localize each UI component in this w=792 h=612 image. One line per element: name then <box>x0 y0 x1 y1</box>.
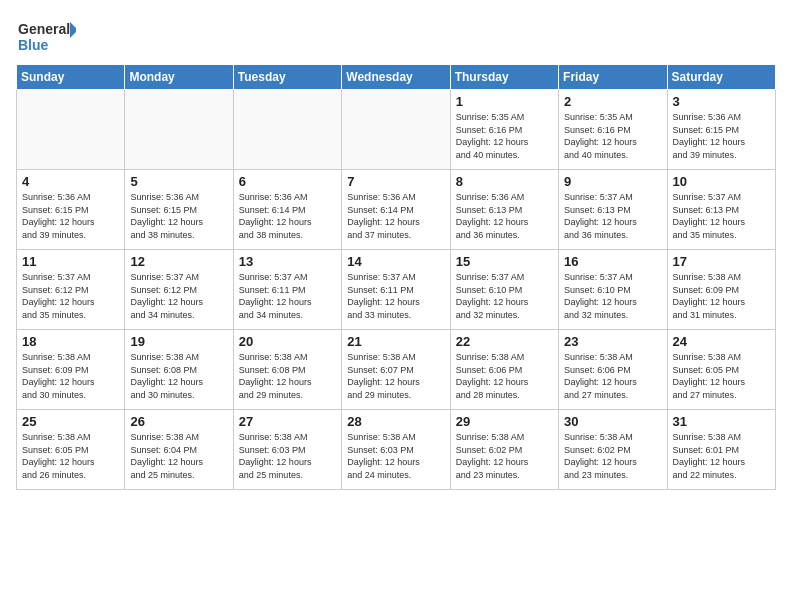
day-number: 3 <box>673 94 770 109</box>
day-info: Sunrise: 5:38 AM Sunset: 6:08 PM Dayligh… <box>130 351 227 401</box>
svg-text:General: General <box>18 21 70 37</box>
day-number: 5 <box>130 174 227 189</box>
day-info: Sunrise: 5:37 AM Sunset: 6:11 PM Dayligh… <box>347 271 444 321</box>
day-number: 15 <box>456 254 553 269</box>
day-info: Sunrise: 5:38 AM Sunset: 6:06 PM Dayligh… <box>456 351 553 401</box>
day-info: Sunrise: 5:38 AM Sunset: 6:02 PM Dayligh… <box>456 431 553 481</box>
weekday-header-monday: Monday <box>125 65 233 90</box>
calendar-cell: 19Sunrise: 5:38 AM Sunset: 6:08 PM Dayli… <box>125 330 233 410</box>
day-number: 30 <box>564 414 661 429</box>
day-info: Sunrise: 5:36 AM Sunset: 6:14 PM Dayligh… <box>347 191 444 241</box>
calendar-cell: 20Sunrise: 5:38 AM Sunset: 6:08 PM Dayli… <box>233 330 341 410</box>
day-info: Sunrise: 5:36 AM Sunset: 6:15 PM Dayligh… <box>673 111 770 161</box>
calendar-cell: 5Sunrise: 5:36 AM Sunset: 6:15 PM Daylig… <box>125 170 233 250</box>
calendar-cell: 12Sunrise: 5:37 AM Sunset: 6:12 PM Dayli… <box>125 250 233 330</box>
calendar-week-2: 4Sunrise: 5:36 AM Sunset: 6:15 PM Daylig… <box>17 170 776 250</box>
day-info: Sunrise: 5:38 AM Sunset: 6:06 PM Dayligh… <box>564 351 661 401</box>
weekday-header-wednesday: Wednesday <box>342 65 450 90</box>
calendar-cell: 18Sunrise: 5:38 AM Sunset: 6:09 PM Dayli… <box>17 330 125 410</box>
day-info: Sunrise: 5:37 AM Sunset: 6:10 PM Dayligh… <box>564 271 661 321</box>
calendar-cell: 14Sunrise: 5:37 AM Sunset: 6:11 PM Dayli… <box>342 250 450 330</box>
day-number: 9 <box>564 174 661 189</box>
day-number: 10 <box>673 174 770 189</box>
calendar-cell: 13Sunrise: 5:37 AM Sunset: 6:11 PM Dayli… <box>233 250 341 330</box>
day-number: 1 <box>456 94 553 109</box>
day-info: Sunrise: 5:37 AM Sunset: 6:11 PM Dayligh… <box>239 271 336 321</box>
calendar-cell: 25Sunrise: 5:38 AM Sunset: 6:05 PM Dayli… <box>17 410 125 490</box>
calendar-cell: 29Sunrise: 5:38 AM Sunset: 6:02 PM Dayli… <box>450 410 558 490</box>
day-info: Sunrise: 5:35 AM Sunset: 6:16 PM Dayligh… <box>564 111 661 161</box>
day-number: 8 <box>456 174 553 189</box>
day-number: 20 <box>239 334 336 349</box>
calendar-cell: 30Sunrise: 5:38 AM Sunset: 6:02 PM Dayli… <box>559 410 667 490</box>
weekday-header-tuesday: Tuesday <box>233 65 341 90</box>
day-info: Sunrise: 5:37 AM Sunset: 6:10 PM Dayligh… <box>456 271 553 321</box>
day-number: 28 <box>347 414 444 429</box>
day-info: Sunrise: 5:38 AM Sunset: 6:03 PM Dayligh… <box>239 431 336 481</box>
day-number: 26 <box>130 414 227 429</box>
day-info: Sunrise: 5:38 AM Sunset: 6:05 PM Dayligh… <box>22 431 119 481</box>
calendar-week-5: 25Sunrise: 5:38 AM Sunset: 6:05 PM Dayli… <box>17 410 776 490</box>
calendar-week-1: 1Sunrise: 5:35 AM Sunset: 6:16 PM Daylig… <box>17 90 776 170</box>
day-info: Sunrise: 5:36 AM Sunset: 6:13 PM Dayligh… <box>456 191 553 241</box>
day-info: Sunrise: 5:36 AM Sunset: 6:15 PM Dayligh… <box>22 191 119 241</box>
calendar-cell: 11Sunrise: 5:37 AM Sunset: 6:12 PM Dayli… <box>17 250 125 330</box>
day-number: 12 <box>130 254 227 269</box>
day-number: 24 <box>673 334 770 349</box>
day-info: Sunrise: 5:38 AM Sunset: 6:07 PM Dayligh… <box>347 351 444 401</box>
weekday-header-row: SundayMondayTuesdayWednesdayThursdayFrid… <box>17 65 776 90</box>
day-info: Sunrise: 5:37 AM Sunset: 6:13 PM Dayligh… <box>673 191 770 241</box>
day-number: 29 <box>456 414 553 429</box>
calendar-cell: 22Sunrise: 5:38 AM Sunset: 6:06 PM Dayli… <box>450 330 558 410</box>
day-info: Sunrise: 5:36 AM Sunset: 6:14 PM Dayligh… <box>239 191 336 241</box>
day-number: 23 <box>564 334 661 349</box>
calendar-table: SundayMondayTuesdayWednesdayThursdayFrid… <box>16 64 776 490</box>
calendar-cell: 10Sunrise: 5:37 AM Sunset: 6:13 PM Dayli… <box>667 170 775 250</box>
day-number: 11 <box>22 254 119 269</box>
calendar-cell <box>342 90 450 170</box>
calendar-cell <box>17 90 125 170</box>
svg-marker-2 <box>70 22 76 38</box>
calendar-cell: 3Sunrise: 5:36 AM Sunset: 6:15 PM Daylig… <box>667 90 775 170</box>
day-number: 6 <box>239 174 336 189</box>
day-number: 16 <box>564 254 661 269</box>
calendar-cell: 31Sunrise: 5:38 AM Sunset: 6:01 PM Dayli… <box>667 410 775 490</box>
day-number: 27 <box>239 414 336 429</box>
calendar-cell: 17Sunrise: 5:38 AM Sunset: 6:09 PM Dayli… <box>667 250 775 330</box>
calendar-cell: 23Sunrise: 5:38 AM Sunset: 6:06 PM Dayli… <box>559 330 667 410</box>
calendar-cell: 28Sunrise: 5:38 AM Sunset: 6:03 PM Dayli… <box>342 410 450 490</box>
day-number: 25 <box>22 414 119 429</box>
calendar-week-3: 11Sunrise: 5:37 AM Sunset: 6:12 PM Dayli… <box>17 250 776 330</box>
day-info: Sunrise: 5:38 AM Sunset: 6:05 PM Dayligh… <box>673 351 770 401</box>
calendar-cell <box>125 90 233 170</box>
svg-text:Blue: Blue <box>18 37 49 53</box>
calendar-cell: 7Sunrise: 5:36 AM Sunset: 6:14 PM Daylig… <box>342 170 450 250</box>
calendar-cell <box>233 90 341 170</box>
day-number: 14 <box>347 254 444 269</box>
logo: General Blue <box>16 16 76 56</box>
day-info: Sunrise: 5:36 AM Sunset: 6:15 PM Dayligh… <box>130 191 227 241</box>
day-info: Sunrise: 5:38 AM Sunset: 6:09 PM Dayligh… <box>673 271 770 321</box>
day-info: Sunrise: 5:38 AM Sunset: 6:02 PM Dayligh… <box>564 431 661 481</box>
day-number: 7 <box>347 174 444 189</box>
day-info: Sunrise: 5:37 AM Sunset: 6:12 PM Dayligh… <box>22 271 119 321</box>
day-number: 22 <box>456 334 553 349</box>
day-info: Sunrise: 5:38 AM Sunset: 6:09 PM Dayligh… <box>22 351 119 401</box>
day-number: 18 <box>22 334 119 349</box>
day-info: Sunrise: 5:38 AM Sunset: 6:03 PM Dayligh… <box>347 431 444 481</box>
calendar-cell: 21Sunrise: 5:38 AM Sunset: 6:07 PM Dayli… <box>342 330 450 410</box>
logo-svg: General Blue <box>16 16 76 56</box>
weekday-header-friday: Friday <box>559 65 667 90</box>
day-info: Sunrise: 5:38 AM Sunset: 6:01 PM Dayligh… <box>673 431 770 481</box>
day-number: 31 <box>673 414 770 429</box>
day-info: Sunrise: 5:38 AM Sunset: 6:04 PM Dayligh… <box>130 431 227 481</box>
calendar-cell: 8Sunrise: 5:36 AM Sunset: 6:13 PM Daylig… <box>450 170 558 250</box>
day-number: 2 <box>564 94 661 109</box>
calendar-cell: 2Sunrise: 5:35 AM Sunset: 6:16 PM Daylig… <box>559 90 667 170</box>
calendar-cell: 6Sunrise: 5:36 AM Sunset: 6:14 PM Daylig… <box>233 170 341 250</box>
calendar-week-4: 18Sunrise: 5:38 AM Sunset: 6:09 PM Dayli… <box>17 330 776 410</box>
day-number: 4 <box>22 174 119 189</box>
weekday-header-saturday: Saturday <box>667 65 775 90</box>
day-number: 21 <box>347 334 444 349</box>
weekday-header-thursday: Thursday <box>450 65 558 90</box>
